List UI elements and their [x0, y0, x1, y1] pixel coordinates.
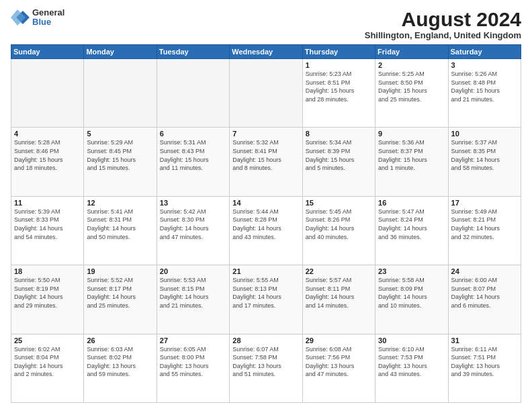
day-number: 5 — [87, 130, 153, 138]
header-tuesday: Tuesday — [157, 45, 229, 59]
logo-blue-text: Blue — [32, 17, 64, 27]
month-title: August 2024 — [365, 8, 521, 30]
calendar-cell: 9Sunrise: 5:36 AMSunset: 8:37 PMDaylight… — [375, 128, 448, 196]
day-number: 4 — [14, 130, 81, 138]
logo-text: General Blue — [32, 8, 64, 28]
day-info: Sunrise: 6:11 AMSunset: 7:51 PMDaylight:… — [451, 345, 518, 379]
day-number: 29 — [306, 336, 372, 345]
day-info: Sunrise: 5:47 AMSunset: 8:24 PMDaylight:… — [378, 208, 445, 241]
day-info: Sunrise: 6:03 AMSunset: 8:02 PMDaylight:… — [87, 345, 153, 379]
calendar-week-row: 25Sunrise: 6:02 AMSunset: 8:04 PMDayligh… — [11, 334, 521, 402]
header-friday: Friday — [375, 45, 448, 59]
title-area: August 2024 Shillington, England, United… — [365, 8, 521, 40]
calendar-cell: 12Sunrise: 5:41 AMSunset: 8:31 PMDayligh… — [84, 196, 157, 265]
header: General Blue August 2024 Shillington, En… — [11, 8, 521, 40]
day-number: 1 — [306, 61, 372, 69]
day-info: Sunrise: 6:07 AMSunset: 7:58 PMDaylight:… — [232, 345, 299, 379]
day-number: 25 — [14, 336, 81, 345]
day-number: 27 — [160, 336, 226, 345]
calendar-cell: 29Sunrise: 6:08 AMSunset: 7:56 PMDayligh… — [302, 334, 375, 402]
header-monday: Monday — [84, 45, 157, 59]
logo-icon — [11, 8, 30, 27]
logo: General Blue — [11, 8, 64, 28]
day-number: 21 — [232, 267, 299, 275]
day-number: 9 — [378, 130, 445, 138]
calendar-week-row: 1Sunrise: 5:23 AMSunset: 8:51 PMDaylight… — [11, 59, 521, 128]
location: Shillington, England, United Kingdom — [365, 30, 521, 40]
calendar-week-row: 4Sunrise: 5:28 AMSunset: 8:46 PMDaylight… — [11, 128, 521, 196]
day-number: 23 — [378, 267, 445, 275]
calendar-cell: 18Sunrise: 5:50 AMSunset: 8:19 PMDayligh… — [11, 265, 84, 334]
calendar-cell: 25Sunrise: 6:02 AMSunset: 8:04 PMDayligh… — [11, 334, 84, 402]
day-number: 30 — [378, 336, 445, 345]
day-info: Sunrise: 5:49 AMSunset: 8:21 PMDaylight:… — [451, 208, 518, 241]
day-info: Sunrise: 5:45 AMSunset: 8:26 PMDaylight:… — [306, 208, 372, 241]
day-info: Sunrise: 5:42 AMSunset: 8:30 PMDaylight:… — [160, 208, 226, 241]
day-info: Sunrise: 5:23 AMSunset: 8:51 PMDaylight:… — [306, 70, 372, 103]
calendar-cell: 1Sunrise: 5:23 AMSunset: 8:51 PMDaylight… — [302, 59, 375, 128]
day-number: 14 — [232, 199, 299, 207]
calendar-cell: 24Sunrise: 6:00 AMSunset: 8:07 PMDayligh… — [448, 265, 521, 334]
day-number: 7 — [232, 130, 299, 138]
calendar-cell — [11, 59, 84, 128]
header-saturday: Saturday — [448, 45, 521, 59]
calendar-cell: 19Sunrise: 5:52 AMSunset: 8:17 PMDayligh… — [84, 265, 157, 334]
calendar-cell: 10Sunrise: 5:37 AMSunset: 8:35 PMDayligh… — [448, 128, 521, 196]
day-info: Sunrise: 5:39 AMSunset: 8:33 PMDaylight:… — [14, 208, 81, 241]
day-number: 20 — [160, 267, 226, 275]
day-info: Sunrise: 5:28 AMSunset: 8:46 PMDaylight:… — [14, 138, 81, 172]
calendar-cell: 31Sunrise: 6:11 AMSunset: 7:51 PMDayligh… — [448, 334, 521, 402]
calendar-cell: 6Sunrise: 5:31 AMSunset: 8:43 PMDaylight… — [157, 128, 229, 196]
calendar-cell: 4Sunrise: 5:28 AMSunset: 8:46 PMDaylight… — [11, 128, 84, 196]
calendar-cell — [230, 59, 302, 128]
day-number: 12 — [87, 199, 153, 207]
day-info: Sunrise: 5:34 AMSunset: 8:39 PMDaylight:… — [306, 138, 372, 172]
day-number: 11 — [14, 199, 81, 207]
day-info: Sunrise: 6:10 AMSunset: 7:53 PMDaylight:… — [378, 345, 445, 379]
day-info: Sunrise: 5:37 AMSunset: 8:35 PMDaylight:… — [451, 138, 518, 172]
calendar-cell: 23Sunrise: 5:58 AMSunset: 8:09 PMDayligh… — [375, 265, 448, 334]
day-info: Sunrise: 6:05 AMSunset: 8:00 PMDaylight:… — [160, 345, 226, 379]
calendar-cell: 5Sunrise: 5:29 AMSunset: 8:45 PMDaylight… — [84, 128, 157, 196]
day-number: 31 — [451, 336, 518, 345]
calendar-week-row: 18Sunrise: 5:50 AMSunset: 8:19 PMDayligh… — [11, 265, 521, 334]
calendar-cell: 7Sunrise: 5:32 AMSunset: 8:41 PMDaylight… — [230, 128, 302, 196]
calendar-cell: 11Sunrise: 5:39 AMSunset: 8:33 PMDayligh… — [11, 196, 84, 265]
calendar-cell: 8Sunrise: 5:34 AMSunset: 8:39 PMDaylight… — [302, 128, 375, 196]
day-number: 16 — [378, 199, 445, 207]
calendar-cell: 28Sunrise: 6:07 AMSunset: 7:58 PMDayligh… — [230, 334, 302, 402]
header-wednesday: Wednesday — [230, 45, 302, 59]
day-number: 13 — [160, 199, 226, 207]
day-number: 26 — [87, 336, 153, 345]
day-info: Sunrise: 5:55 AMSunset: 8:13 PMDaylight:… — [232, 276, 299, 310]
calendar-cell — [157, 59, 229, 128]
day-number: 10 — [451, 130, 518, 138]
day-number: 15 — [306, 199, 372, 207]
day-info: Sunrise: 5:52 AMSunset: 8:17 PMDaylight:… — [87, 276, 153, 310]
calendar-cell: 21Sunrise: 5:55 AMSunset: 8:13 PMDayligh… — [230, 265, 302, 334]
day-info: Sunrise: 5:32 AMSunset: 8:41 PMDaylight:… — [232, 138, 299, 172]
calendar-cell: 14Sunrise: 5:44 AMSunset: 8:28 PMDayligh… — [230, 196, 302, 265]
day-info: Sunrise: 6:08 AMSunset: 7:56 PMDaylight:… — [306, 345, 372, 379]
calendar-cell: 20Sunrise: 5:53 AMSunset: 8:15 PMDayligh… — [157, 265, 229, 334]
day-number: 17 — [451, 199, 518, 207]
calendar-cell: 27Sunrise: 6:05 AMSunset: 8:00 PMDayligh… — [157, 334, 229, 402]
day-info: Sunrise: 6:02 AMSunset: 8:04 PMDaylight:… — [14, 345, 81, 379]
day-number: 18 — [14, 267, 81, 275]
day-info: Sunrise: 5:31 AMSunset: 8:43 PMDaylight:… — [160, 138, 226, 172]
day-number: 24 — [451, 267, 518, 275]
calendar-table: SundayMondayTuesdayWednesdayThursdayFrid… — [11, 44, 521, 403]
day-number: 22 — [306, 267, 372, 275]
calendar-cell: 13Sunrise: 5:42 AMSunset: 8:30 PMDayligh… — [157, 196, 229, 265]
calendar-week-row: 11Sunrise: 5:39 AMSunset: 8:33 PMDayligh… — [11, 196, 521, 265]
page: General Blue August 2024 Shillington, En… — [0, 0, 532, 411]
day-info: Sunrise: 5:57 AMSunset: 8:11 PMDaylight:… — [306, 276, 372, 310]
day-info: Sunrise: 5:29 AMSunset: 8:45 PMDaylight:… — [87, 138, 153, 172]
day-info: Sunrise: 5:36 AMSunset: 8:37 PMDaylight:… — [378, 138, 445, 172]
day-number: 8 — [306, 130, 372, 138]
day-info: Sunrise: 5:25 AMSunset: 8:50 PMDaylight:… — [378, 70, 445, 103]
calendar-cell: 2Sunrise: 5:25 AMSunset: 8:50 PMDaylight… — [375, 59, 448, 128]
day-number: 28 — [232, 336, 299, 345]
calendar-cell: 15Sunrise: 5:45 AMSunset: 8:26 PMDayligh… — [302, 196, 375, 265]
day-info: Sunrise: 5:41 AMSunset: 8:31 PMDaylight:… — [87, 208, 153, 241]
